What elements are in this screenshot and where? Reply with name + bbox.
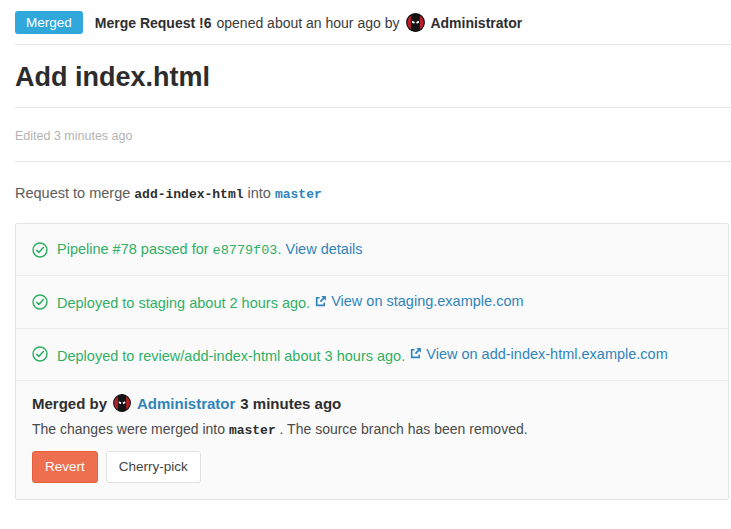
author-name[interactable]: Administrator <box>430 15 522 31</box>
merger-avatar[interactable] <box>113 394 131 412</box>
deployment-row-staging: Deployed to staging about 2 hours ago. V… <box>16 276 728 329</box>
success-check-icon <box>32 242 48 258</box>
pipeline-text: Pipeline #78 passed for e8779f03. View d… <box>57 241 363 258</box>
merged-by-label: Merged by <box>32 395 107 412</box>
merger-name-link[interactable]: Administrator <box>137 395 235 412</box>
source-branch: add-index-html <box>134 187 243 202</box>
cherry-pick-button[interactable]: Cherry-pick <box>106 451 201 483</box>
request-to-merge-line: Request to merge add-index-html into mas… <box>15 185 716 202</box>
edited-note: Edited 3 minutes ago <box>15 129 716 143</box>
divider <box>15 107 731 108</box>
view-on-staging-link[interactable]: View on staging.example.com <box>331 293 523 309</box>
opened-text: opened about an hour ago by <box>216 15 399 31</box>
merged-body-text: The changes were merged into master . Th… <box>32 421 712 438</box>
success-check-icon <box>32 294 48 310</box>
mr-widget: Pipeline #78 passed for e8779f03. View d… <box>15 223 729 500</box>
commit-sha-link[interactable]: e8779f03 <box>213 243 278 258</box>
status-badge: Merged <box>15 11 83 34</box>
external-link-icon <box>409 347 422 360</box>
deployment-text: Deployed to staging about 2 hours ago. V… <box>57 293 524 311</box>
deadpool-avatar-icon <box>406 13 425 32</box>
author-avatar[interactable] <box>406 13 425 32</box>
mr-state-header: Merged Merge Request !6 opened about an … <box>0 0 731 44</box>
view-details-link[interactable]: View details <box>285 241 362 257</box>
mr-reference: Merge Request !6 <box>95 15 212 31</box>
divider <box>15 44 731 45</box>
deployment-row-review: Deployed to review/add-index-html about … <box>16 329 728 382</box>
external-link-icon <box>314 295 327 308</box>
success-check-icon <box>32 346 48 362</box>
merged-by-heading: Merged by Administrator 3 minutes ago <box>32 394 712 412</box>
divider <box>15 161 731 162</box>
target-branch-link[interactable]: master <box>275 187 322 202</box>
request-prefix: Request to merge <box>15 185 130 201</box>
view-on-review-link[interactable]: View on add-index-html.example.com <box>426 346 668 362</box>
merged-time: 3 minutes ago <box>240 395 341 412</box>
page-title: Add index.html <box>15 60 716 94</box>
merged-by-section: Merged by Administrator 3 minutes ago Th… <box>16 381 728 499</box>
request-connector: into <box>248 185 271 201</box>
merged-actions: Revert Cherry-pick <box>32 451 712 483</box>
deadpool-avatar-icon <box>113 394 131 412</box>
merged-target-branch: master <box>229 423 276 438</box>
deployment-text: Deployed to review/add-index-html about … <box>57 346 668 364</box>
revert-button[interactable]: Revert <box>32 451 98 483</box>
pipeline-status-row: Pipeline #78 passed for e8779f03. View d… <box>16 224 728 276</box>
